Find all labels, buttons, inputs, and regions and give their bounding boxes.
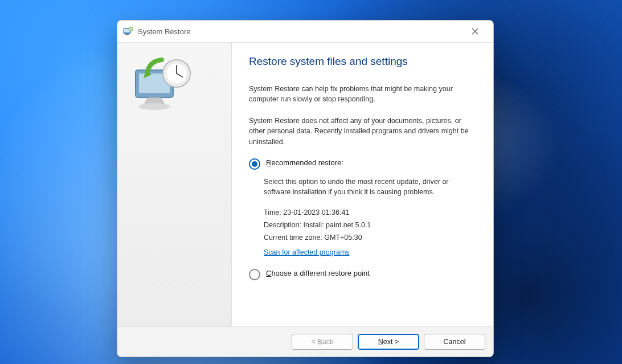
dialog-body: Restore system files and settings System…: [117, 43, 493, 326]
page-heading: Restore system files and settings: [249, 55, 476, 68]
restore-timezone: Current time zone: GMT+05:30: [264, 234, 476, 242]
wizard-sidebar: [117, 43, 232, 326]
option-different-label: Choose a different restore point: [266, 269, 370, 277]
radio-different[interactable]: [249, 269, 260, 280]
title-bar: System Restore: [117, 21, 493, 43]
option-different[interactable]: Choose a different restore point: [249, 269, 476, 280]
wizard-main: Restore system files and settings System…: [232, 43, 493, 326]
close-icon: [472, 28, 478, 35]
radio-recommended[interactable]: [249, 158, 260, 170]
next-button[interactable]: Next >: [358, 334, 419, 350]
restore-illustration-icon: [129, 54, 197, 117]
restore-options: Recommended restore: Select this option …: [249, 158, 476, 280]
intro-paragraph-1: System Restore can help fix problems tha…: [249, 84, 476, 104]
wizard-footer: < Back Next > Cancel: [117, 326, 493, 357]
intro-paragraph-2: System Restore does not affect any of yo…: [249, 116, 476, 146]
option-recommended-label: Recommended restore:: [266, 158, 343, 167]
restore-point-details: Time: 23-01-2023 01:36:41 Description: I…: [264, 208, 476, 256]
system-restore-window: System Restore: [117, 20, 494, 357]
back-button: < Back: [292, 334, 353, 350]
close-button[interactable]: [463, 23, 488, 39]
restore-time: Time: 23-01-2023 01:36:41: [264, 208, 476, 216]
option-recommended[interactable]: Recommended restore:: [249, 158, 476, 170]
scan-affected-link[interactable]: Scan for affected programs: [264, 248, 350, 256]
window-title: System Restore: [138, 27, 463, 36]
cancel-button[interactable]: Cancel: [424, 334, 485, 350]
restore-description: Description: Install: paint.net 5.0.1: [264, 221, 476, 229]
svg-point-6: [138, 103, 170, 110]
system-restore-icon: [123, 26, 133, 36]
svg-rect-2: [125, 34, 129, 35]
option-recommended-desc: Select this option to undo the most rece…: [264, 177, 476, 197]
